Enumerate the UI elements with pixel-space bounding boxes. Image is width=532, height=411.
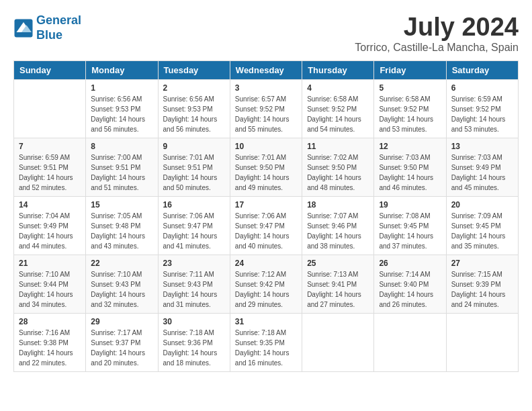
calendar-cell: 25Sunrise: 7:13 AMSunset: 9:41 PMDayligh…	[302, 255, 374, 313]
day-number: 6	[451, 83, 513, 93]
cell-info: Sunrise: 7:00 AMSunset: 9:51 PMDaylight:…	[91, 152, 152, 193]
cell-info: Sunrise: 6:59 AMSunset: 9:51 PMDaylight:…	[19, 152, 81, 193]
day-number: 30	[163, 317, 225, 326]
cell-info: Sunrise: 6:56 AMSunset: 9:53 PMDaylight:…	[163, 94, 225, 134]
calendar-cell: 15Sunrise: 7:05 AMSunset: 9:48 PMDayligh…	[86, 196, 158, 255]
logo-icon	[13, 18, 34, 38]
cell-info: Sunrise: 6:58 AMSunset: 9:52 PMDaylight:…	[307, 94, 369, 134]
calendar-cell: 26Sunrise: 7:14 AMSunset: 9:40 PMDayligh…	[374, 255, 446, 313]
day-number: 14	[19, 200, 81, 210]
cell-info: Sunrise: 7:17 AMSunset: 9:37 PMDaylight:…	[91, 328, 152, 368]
cell-info: Sunrise: 7:06 AMSunset: 9:47 PMDaylight:…	[163, 211, 225, 251]
calendar-cell: 30Sunrise: 7:18 AMSunset: 9:36 PMDayligh…	[158, 313, 230, 371]
col-friday: Friday	[374, 60, 446, 79]
col-thursday: Thursday	[302, 60, 374, 79]
calendar-cell: 19Sunrise: 7:08 AMSunset: 9:45 PMDayligh…	[374, 196, 446, 255]
calendar-cell: 14Sunrise: 7:04 AMSunset: 9:49 PMDayligh…	[14, 196, 86, 255]
calendar-cell: 29Sunrise: 7:17 AMSunset: 9:37 PMDayligh…	[86, 313, 158, 371]
calendar-cell: 1Sunrise: 6:56 AMSunset: 9:53 PMDaylight…	[86, 79, 158, 138]
cell-info: Sunrise: 7:02 AMSunset: 9:50 PMDaylight:…	[307, 152, 369, 193]
cell-info: Sunrise: 7:16 AMSunset: 9:38 PMDaylight:…	[19, 328, 81, 368]
calendar-cell: 18Sunrise: 7:07 AMSunset: 9:46 PMDayligh…	[302, 196, 374, 255]
calendar-cell: 13Sunrise: 7:03 AMSunset: 9:49 PMDayligh…	[446, 138, 518, 196]
day-number: 21	[19, 259, 81, 268]
day-number: 18	[307, 200, 369, 210]
day-number: 26	[379, 259, 441, 268]
day-number: 4	[307, 83, 369, 93]
day-number: 23	[163, 259, 225, 268]
calendar-week-row: 21Sunrise: 7:10 AMSunset: 9:44 PMDayligh…	[14, 255, 519, 313]
calendar-subtitle: Torrico, Castille-La Mancha, Spain	[355, 42, 519, 54]
day-number: 5	[379, 83, 441, 93]
cell-info: Sunrise: 7:05 AMSunset: 9:48 PMDaylight:…	[91, 211, 152, 251]
calendar-cell: 17Sunrise: 7:06 AMSunset: 9:47 PMDayligh…	[230, 196, 302, 255]
cell-info: Sunrise: 7:10 AMSunset: 9:44 PMDaylight:…	[19, 269, 81, 310]
cell-info: Sunrise: 7:12 AMSunset: 9:42 PMDaylight:…	[235, 269, 297, 310]
calendar-cell: 31Sunrise: 7:18 AMSunset: 9:35 PMDayligh…	[230, 313, 302, 371]
calendar-header-row: Sunday Monday Tuesday Wednesday Thursday…	[14, 60, 519, 79]
calendar-cell: 20Sunrise: 7:09 AMSunset: 9:45 PMDayligh…	[446, 196, 518, 255]
calendar-cell	[302, 313, 374, 371]
calendar-cell	[374, 313, 446, 371]
calendar-week-row: 14Sunrise: 7:04 AMSunset: 9:49 PMDayligh…	[14, 196, 519, 255]
cell-info: Sunrise: 7:15 AMSunset: 9:39 PMDaylight:…	[451, 269, 513, 310]
cell-info: Sunrise: 7:01 AMSunset: 9:51 PMDaylight:…	[163, 152, 225, 193]
calendar-cell: 28Sunrise: 7:16 AMSunset: 9:38 PMDayligh…	[14, 313, 86, 371]
cell-info: Sunrise: 7:13 AMSunset: 9:41 PMDaylight:…	[307, 269, 369, 310]
day-number: 7	[19, 142, 81, 151]
calendar-cell: 4Sunrise: 6:58 AMSunset: 9:52 PMDaylight…	[302, 79, 374, 138]
cell-info: Sunrise: 7:07 AMSunset: 9:46 PMDaylight:…	[307, 211, 369, 251]
cell-info: Sunrise: 7:08 AMSunset: 9:45 PMDaylight:…	[379, 211, 441, 251]
calendar-cell: 9Sunrise: 7:01 AMSunset: 9:51 PMDaylight…	[158, 138, 230, 196]
cell-info: Sunrise: 6:59 AMSunset: 9:52 PMDaylight:…	[451, 94, 513, 134]
calendar-week-row: 7Sunrise: 6:59 AMSunset: 9:51 PMDaylight…	[14, 138, 519, 196]
calendar-cell: 11Sunrise: 7:02 AMSunset: 9:50 PMDayligh…	[302, 138, 374, 196]
cell-info: Sunrise: 6:58 AMSunset: 9:52 PMDaylight:…	[379, 94, 441, 134]
calendar-week-row: 28Sunrise: 7:16 AMSunset: 9:38 PMDayligh…	[14, 313, 519, 371]
cell-info: Sunrise: 7:10 AMSunset: 9:43 PMDaylight:…	[91, 269, 152, 310]
calendar-cell: 3Sunrise: 6:57 AMSunset: 9:52 PMDaylight…	[230, 79, 302, 138]
day-number: 17	[235, 200, 297, 210]
day-number: 10	[235, 142, 297, 151]
cell-info: Sunrise: 7:01 AMSunset: 9:50 PMDaylight:…	[235, 152, 297, 193]
day-number: 8	[91, 142, 152, 151]
cell-info: Sunrise: 7:11 AMSunset: 9:43 PMDaylight:…	[163, 269, 225, 310]
calendar-cell: 27Sunrise: 7:15 AMSunset: 9:39 PMDayligh…	[446, 255, 518, 313]
calendar-cell: 16Sunrise: 7:06 AMSunset: 9:47 PMDayligh…	[158, 196, 230, 255]
cell-info: Sunrise: 7:04 AMSunset: 9:49 PMDaylight:…	[19, 211, 81, 251]
title-block: July 2024 Torrico, Castille-La Mancha, S…	[355, 13, 519, 54]
day-number: 24	[235, 259, 297, 268]
calendar-cell: 10Sunrise: 7:01 AMSunset: 9:50 PMDayligh…	[230, 138, 302, 196]
day-number: 15	[91, 200, 152, 210]
col-wednesday: Wednesday	[230, 60, 302, 79]
day-number: 9	[163, 142, 225, 151]
day-number: 27	[451, 259, 513, 268]
calendar-cell: 6Sunrise: 6:59 AMSunset: 9:52 PMDaylight…	[446, 79, 518, 138]
col-monday: Monday	[86, 60, 158, 79]
calendar-cell: 23Sunrise: 7:11 AMSunset: 9:43 PMDayligh…	[158, 255, 230, 313]
col-sunday: Sunday	[14, 60, 86, 79]
day-number: 1	[91, 83, 152, 93]
calendar-cell: 7Sunrise: 6:59 AMSunset: 9:51 PMDaylight…	[14, 138, 86, 196]
calendar-cell: 21Sunrise: 7:10 AMSunset: 9:44 PMDayligh…	[14, 255, 86, 313]
calendar-cell	[14, 79, 86, 138]
calendar-cell: 22Sunrise: 7:10 AMSunset: 9:43 PMDayligh…	[86, 255, 158, 313]
day-number: 29	[91, 317, 152, 326]
logo-text: General Blue	[36, 13, 81, 42]
day-number: 12	[379, 142, 441, 151]
day-number: 28	[19, 317, 81, 326]
day-number: 25	[307, 259, 369, 268]
cell-info: Sunrise: 7:03 AMSunset: 9:50 PMDaylight:…	[379, 152, 441, 193]
day-number: 11	[307, 142, 369, 151]
cell-info: Sunrise: 7:18 AMSunset: 9:35 PMDaylight:…	[235, 328, 297, 368]
page-header: General Blue July 2024 Torrico, Castille…	[13, 13, 519, 54]
col-tuesday: Tuesday	[158, 60, 230, 79]
calendar-cell: 12Sunrise: 7:03 AMSunset: 9:50 PMDayligh…	[374, 138, 446, 196]
calendar-cell: 8Sunrise: 7:00 AMSunset: 9:51 PMDaylight…	[86, 138, 158, 196]
calendar-cell: 2Sunrise: 6:56 AMSunset: 9:53 PMDaylight…	[158, 79, 230, 138]
day-number: 3	[235, 83, 297, 93]
cell-info: Sunrise: 7:14 AMSunset: 9:40 PMDaylight:…	[379, 269, 441, 310]
calendar-cell: 5Sunrise: 6:58 AMSunset: 9:52 PMDaylight…	[374, 79, 446, 138]
day-number: 13	[451, 142, 513, 151]
calendar-cell: 24Sunrise: 7:12 AMSunset: 9:42 PMDayligh…	[230, 255, 302, 313]
